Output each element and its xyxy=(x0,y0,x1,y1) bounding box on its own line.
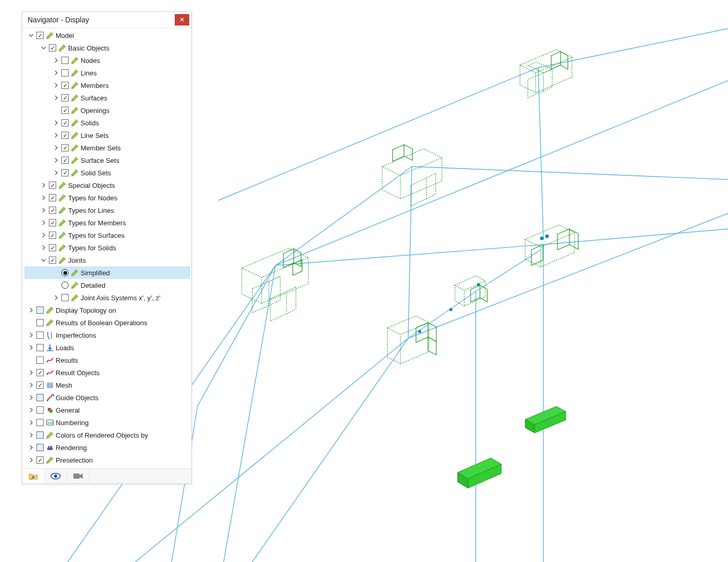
checkbox[interactable] xyxy=(61,294,69,301)
chevron-right-icon[interactable] xyxy=(53,144,60,151)
tree-row[interactable]: ✓Model xyxy=(24,29,190,42)
checkbox[interactable] xyxy=(36,344,44,351)
tree-row[interactable]: Imperfections xyxy=(24,329,190,341)
checkbox[interactable]: ✓ xyxy=(49,219,56,226)
tree-row[interactable]: ✓Solid Sets xyxy=(24,167,190,179)
tree-row[interactable]: Nodes xyxy=(24,54,190,67)
chevron-right-icon[interactable] xyxy=(28,369,35,376)
chevron-right-icon[interactable] xyxy=(53,169,60,176)
chevron-right-icon[interactable] xyxy=(53,69,60,76)
chevron-right-icon[interactable] xyxy=(28,394,35,401)
chevron-right-icon[interactable] xyxy=(53,94,60,101)
checkbox[interactable]: ✓ xyxy=(49,182,56,189)
checkbox[interactable]: ✓ xyxy=(36,32,44,39)
checkbox[interactable]: ✓ xyxy=(61,144,69,151)
tree-row[interactable]: General xyxy=(24,404,190,416)
tree-row[interactable]: Detailed xyxy=(24,279,190,291)
chevron-right-icon[interactable] xyxy=(53,57,60,64)
checkbox[interactable]: ✓ xyxy=(36,381,44,389)
chevron-right-icon[interactable] xyxy=(28,306,35,314)
checkbox[interactable]: ✓ xyxy=(36,369,44,376)
checkbox[interactable]: ✓ xyxy=(49,232,56,239)
checkbox[interactable] xyxy=(36,331,44,339)
chevron-right-icon[interactable] xyxy=(28,381,35,389)
checkbox[interactable] xyxy=(36,356,44,364)
checkbox[interactable] xyxy=(36,431,44,439)
tree-row[interactable]: ✓Basic Objects xyxy=(24,42,190,54)
checkbox[interactable] xyxy=(36,419,44,426)
chevron-down-icon[interactable] xyxy=(40,44,47,52)
tree-row[interactable]: Guide Objects xyxy=(24,391,190,404)
chevron-right-icon[interactable] xyxy=(28,344,35,351)
radio-button[interactable] xyxy=(61,282,69,289)
checkbox[interactable]: ✓ xyxy=(49,207,56,214)
chevron-right-icon[interactable] xyxy=(28,406,35,414)
checkbox[interactable] xyxy=(36,319,44,326)
checkbox[interactable]: ✓ xyxy=(36,456,44,464)
checkbox[interactable]: ✓ xyxy=(49,194,56,201)
checkbox[interactable]: ✓ xyxy=(61,157,69,164)
tree-row[interactable]: Display Topology on xyxy=(24,304,190,316)
checkbox[interactable] xyxy=(36,406,44,414)
checkbox[interactable]: ✓ xyxy=(49,244,56,251)
chevron-right-icon[interactable] xyxy=(53,119,60,126)
tree-row[interactable]: ✓Solids xyxy=(24,117,190,129)
chevron-right-icon[interactable] xyxy=(53,132,60,139)
checkbox[interactable]: ✓ xyxy=(61,169,69,176)
tree-row[interactable]: Lines xyxy=(24,67,190,79)
tree-row[interactable]: Loads xyxy=(24,341,190,354)
chevron-right-icon[interactable] xyxy=(40,194,47,201)
chevron-right-icon[interactable] xyxy=(53,82,60,89)
checkbox[interactable]: ✓ xyxy=(49,257,56,264)
chevron-right-icon[interactable] xyxy=(28,444,35,451)
chevron-right-icon[interactable] xyxy=(40,219,47,226)
chevron-right-icon[interactable] xyxy=(53,157,60,164)
chevron-right-icon[interactable] xyxy=(53,294,60,301)
checkbox[interactable] xyxy=(36,306,44,314)
tree-row[interactable]: ✓Result Objects xyxy=(24,366,190,379)
tree-row[interactable]: 123Numbering xyxy=(24,416,190,429)
footer-tab-project[interactable] xyxy=(22,469,45,483)
tree-row[interactable]: ✓Line Sets xyxy=(24,129,190,142)
chevron-right-icon[interactable] xyxy=(40,207,47,214)
chevron-right-icon[interactable] xyxy=(28,419,35,426)
checkbox[interactable]: ✓ xyxy=(61,132,69,139)
tree-row[interactable]: Results xyxy=(24,354,190,366)
radio-button[interactable] xyxy=(61,269,69,276)
tree-row[interactable]: Colors of Rendered Objects by xyxy=(24,429,190,441)
tree-row[interactable]: ✓Types for Nodes xyxy=(24,191,190,204)
tree-row[interactable]: Rendering xyxy=(24,441,190,454)
tree-row[interactable]: ✓Preselection xyxy=(24,454,190,466)
close-button[interactable]: ✕ xyxy=(175,14,189,25)
chevron-right-icon[interactable] xyxy=(40,232,47,239)
chevron-right-icon[interactable] xyxy=(40,244,47,251)
tree-row[interactable]: ✓Openings xyxy=(24,104,190,117)
checkbox[interactable]: ✓ xyxy=(61,94,69,101)
tree-row[interactable]: Simplified xyxy=(24,266,190,279)
checkbox[interactable] xyxy=(36,444,44,451)
chevron-right-icon[interactable] xyxy=(28,456,35,464)
tree-row[interactable]: ✓Surface Sets xyxy=(24,154,190,167)
footer-tab-views[interactable] xyxy=(45,469,67,483)
tree-row[interactable]: ✓Joints xyxy=(24,254,190,266)
tree-row[interactable]: Results of Boolean Operations xyxy=(24,316,190,329)
chevron-right-icon[interactable] xyxy=(28,431,35,439)
navigator-tree[interactable]: ✓Model✓Basic ObjectsNodesLines✓Members✓S… xyxy=(22,28,191,468)
checkbox[interactable] xyxy=(36,394,44,401)
checkbox[interactable]: ✓ xyxy=(61,119,69,126)
tree-row[interactable]: ✓Types for Surfaces xyxy=(24,229,190,241)
tree-row[interactable]: ✓Special Objects xyxy=(24,179,190,191)
tree-row[interactable]: ✓Types for Members xyxy=(24,216,190,229)
chevron-down-icon[interactable] xyxy=(28,32,35,39)
tree-row[interactable]: ✓Members xyxy=(24,79,190,92)
checkbox[interactable] xyxy=(61,69,69,76)
chevron-right-icon[interactable] xyxy=(28,331,35,339)
checkbox[interactable] xyxy=(61,57,69,64)
tree-row[interactable]: ✓Mesh xyxy=(24,379,190,391)
tree-row[interactable]: ✓Surfaces xyxy=(24,92,190,104)
checkbox[interactable]: ✓ xyxy=(61,82,69,89)
footer-tab-camera[interactable] xyxy=(67,469,89,483)
chevron-right-icon[interactable] xyxy=(40,182,47,189)
chevron-down-icon[interactable] xyxy=(40,257,47,264)
tree-row[interactable]: ✓Types for Lines xyxy=(24,204,190,216)
